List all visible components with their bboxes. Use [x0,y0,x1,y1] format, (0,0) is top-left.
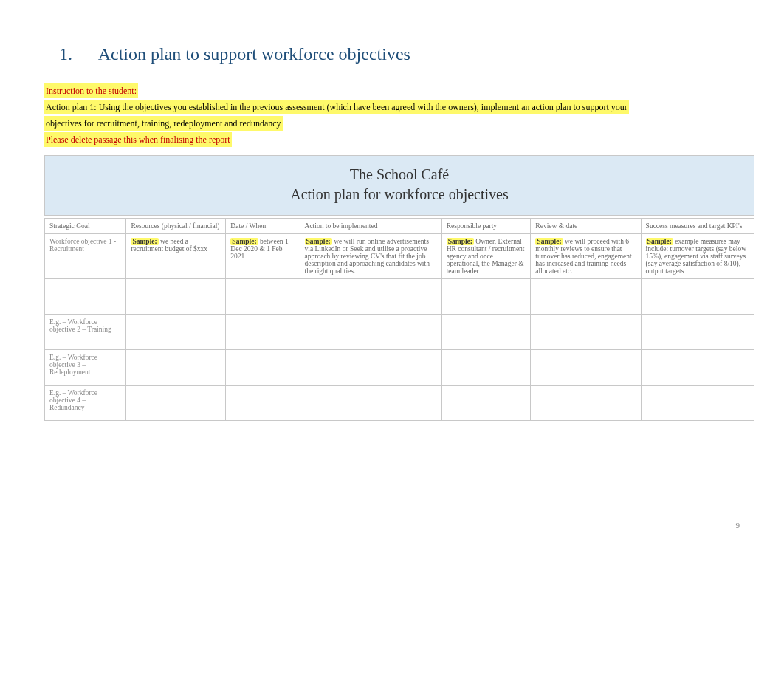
cell-goal [45,279,126,315]
th-date: Date / When [226,219,300,234]
cell-empty [226,386,300,421]
action-plan-table-wrap: Strategic Goal Resources (physical / fin… [44,218,754,421]
cell-goal: E.g. – Workforce objective 4 – Redundanc… [45,386,126,421]
title-box: The School Café Action plan for workforc… [44,155,754,216]
cell-empty [441,386,531,421]
cell-action: Sample: we will run online advertisement… [300,234,441,279]
instr-line3: objectives for recruitment, training, re… [44,116,283,131]
cell-empty [300,350,441,386]
cell-empty [300,279,441,315]
cell-empty [300,386,441,421]
instr-line1: Instruction to the student: [44,83,138,98]
table-row [45,279,754,315]
table-row: E.g. – Workforce objective 2 – Training [45,315,754,350]
cell-empty [441,315,531,350]
cell-goal: Workforce objective 1 - Recruitment [45,234,126,279]
heading-number: 1. [59,44,94,64]
document-page: 1. Action plan to support workforce obje… [0,0,784,451]
action-plan-table: Strategic Goal Resources (physical / fin… [44,218,754,421]
cell-empty [300,315,441,350]
cell-empty [531,279,641,315]
instr-line4: Please delete passage this when finalisi… [44,132,232,147]
section-heading: 1. Action plan to support workforce obje… [59,44,754,64]
cell-date: Sample: between 1 Dec 2020 & 1 Feb 2021 [226,234,300,279]
cell-empty [126,279,226,315]
th-success: Success measures and target KPI's [641,219,754,234]
table-header-row: Strategic Goal Resources (physical / fin… [45,219,754,234]
cell-empty [531,350,641,386]
cell-empty [226,279,300,315]
cell-empty [641,315,754,350]
cell-empty [126,315,226,350]
cell-empty [126,386,226,421]
table-row: E.g. – Workforce objective 4 – Redundanc… [45,386,754,421]
cell-empty [441,279,531,315]
instructions-block: Instruction to the student: Action plan … [44,83,754,148]
cell-empty [126,350,226,386]
th-action: Action to be implemented [300,219,441,234]
cell-empty [531,386,641,421]
cell-empty [226,315,300,350]
title-line2: Action plan for workforce objectives [51,186,748,203]
th-goal: Strategic Goal [45,219,126,234]
instr-line2: Action plan 1: Using the objectives you … [44,100,629,114]
cell-success: Sample: example measures may include: tu… [641,234,754,279]
cell-goal: E.g. – Workforce objective 2 – Training [45,315,126,350]
title-line1: The School Café [51,166,748,183]
cell-empty [226,350,300,386]
table-row: E.g. – Workforce objective 3 – Redeploym… [45,350,754,386]
th-resources: Resources (physical / financial) [126,219,226,234]
heading-text: Action plan to support workforce objecti… [98,44,410,64]
table-row-example: Workforce objective 1 - Recruitment Samp… [45,234,754,279]
cell-empty [641,279,754,315]
cell-goal: E.g. – Workforce objective 3 – Redeploym… [45,350,126,386]
cell-empty [641,350,754,386]
cell-empty [531,315,641,350]
cell-empty [641,386,754,421]
page-number: 9 [736,521,740,530]
th-review: Review & date [531,219,641,234]
th-responsible: Responsible party [441,219,531,234]
cell-empty [441,350,531,386]
cell-responsible: Sample: Owner, External HR consultant / … [441,234,531,279]
cell-review: Sample: we will proceed with 6 monthly r… [531,234,641,279]
cell-resources: Sample: we need a recruitment budget of … [126,234,226,279]
